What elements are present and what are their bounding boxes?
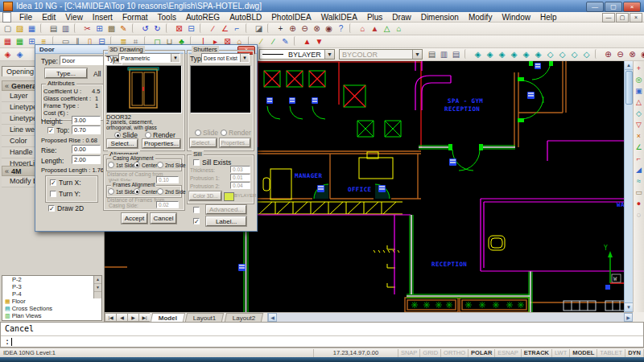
menu-walkidea[interactable]: WalkIDEA — [316, 12, 362, 23]
layer-control-combo[interactable]: BYLAYER ▼ — [259, 49, 335, 60]
casing-center-radio[interactable]: Center — [134, 162, 158, 168]
top-checkbox[interactable]: ✓ Top: — [47, 126, 69, 134]
maximize-button[interactable]: ▢ — [605, 2, 622, 12]
select-button[interactable]: Select... — [107, 139, 138, 148]
tree-item-cross-sections[interactable]: ▤ Cross Sections — [2, 305, 101, 312]
light-icon[interactable]: ◇ — [580, 49, 592, 60]
scroll-down-icon[interactable]: ▼ — [625, 302, 633, 312]
menu-view[interactable]: View — [60, 12, 88, 23]
properties-button[interactable]: Properties... — [142, 139, 180, 148]
frames-2nd-side-radio[interactable]: 2nd Side — [157, 188, 186, 195]
d3-type-combo[interactable]: Parametric▼ — [118, 53, 180, 63]
walk-app-icon[interactable]: ◈ — [14, 49, 26, 60]
tree-item-p2[interactable]: P-2 — [2, 276, 101, 283]
rotate-icon[interactable]: △ — [634, 97, 644, 108]
zoom-window2-icon[interactable]: ⊗ — [626, 49, 638, 60]
command-input-line[interactable]: : — [1, 336, 643, 348]
arch-window-icon[interactable]: △ — [381, 23, 393, 35]
cut-icon[interactable]: ✂ — [81, 23, 93, 35]
sheet-red-icon[interactable]: ⊠ — [173, 23, 185, 35]
turn-y-checkbox[interactable]: Turn Y: — [50, 190, 80, 198]
cancel-button[interactable]: Cancel — [151, 213, 176, 224]
scroll-up-icon[interactable]: ▲ — [94, 276, 101, 284]
offset-icon[interactable]: ⌐ — [634, 154, 644, 164]
redo-icon[interactable]: ↻ — [151, 23, 163, 35]
casing-1st-side-radio[interactable]: 1st Side — [108, 162, 135, 168]
zoom-out-icon[interactable]: ⊖ — [299, 23, 311, 35]
menu-plus[interactable]: Plus — [362, 12, 387, 23]
menu-autobld[interactable]: AutoBLD — [225, 12, 266, 23]
title-bar[interactable]: Idea 10 NG - [C:\4M\IDEA\Top 10 reasons\… — [0, 0, 644, 12]
view-top-icon[interactable]: ◈ — [484, 49, 496, 60]
region-icon[interactable]: ▭ — [634, 187, 644, 198]
toggle-snap[interactable]: SNAP — [398, 349, 420, 357]
angle-icon[interactable]: ∠ — [219, 23, 231, 35]
scroll-down-icon[interactable]: ▼ — [94, 284, 101, 292]
zoom-previous-icon[interactable]: ⊖ — [614, 49, 626, 60]
zoom-all-icon[interactable]: ◉ — [638, 49, 644, 60]
mdi-close-button[interactable]: × — [630, 13, 642, 23]
open-file-icon[interactable]: ▨ — [14, 23, 26, 35]
zoom-realtime-icon[interactable]: ⊕ — [602, 49, 614, 60]
mdi-minimize-button[interactable]: — — [602, 13, 615, 23]
drawing-vscrollbar[interactable]: ▲ ▼ — [624, 61, 633, 312]
menu-edit[interactable]: Edit — [37, 12, 60, 23]
last-tab-button[interactable]: ▶| — [138, 313, 150, 322]
toggle-etrack[interactable]: ETRACK — [522, 349, 552, 357]
shutters-properties-button[interactable]: Properties... — [220, 138, 250, 147]
minimize-button[interactable]: — — [586, 2, 604, 12]
menu-insert[interactable]: Insert — [88, 12, 118, 23]
first-tab-button[interactable]: |◀ — [105, 313, 116, 322]
protrusion2-field[interactable]: 0.04 — [230, 182, 250, 189]
match-properties-icon[interactable]: ✎ — [118, 23, 130, 35]
tree-item-floor[interactable]: ▦ Floor — [2, 298, 101, 305]
shutters-type-combo[interactable]: Does not Exist▼ — [201, 53, 250, 63]
top-field[interactable]: 0.70 — [72, 125, 101, 134]
thickness-field[interactable]: 0.03 — [230, 166, 250, 173]
copy-icon[interactable]: ⊞ — [93, 23, 105, 35]
accept-button[interactable]: Accept — [122, 213, 147, 224]
pen-green-icon[interactable]: ∕ — [267, 36, 279, 47]
arch-door-icon[interactable]: ▲ — [369, 23, 381, 35]
toggle-lwt[interactable]: LWT — [552, 349, 570, 357]
rise-field[interactable]: 0.00 — [72, 145, 101, 154]
type-button[interactable]: Type... — [45, 68, 87, 78]
close-button[interactable]: × — [623, 2, 641, 12]
zoom-window-icon[interactable]: ⊗ — [311, 23, 323, 35]
render-radio[interactable]: Render — [145, 131, 175, 139]
pen-blue-icon[interactable]: ✎ — [279, 36, 291, 47]
dimension-icon[interactable]: ⌐ — [231, 23, 243, 35]
array-icon[interactable]: ▣ — [634, 86, 644, 97]
trim-icon[interactable]: × — [634, 131, 644, 142]
zoom-in-icon[interactable]: ⊕ — [287, 23, 299, 35]
drawing-hscrollbar[interactable]: ◀ ▶ — [267, 313, 633, 322]
help-icon[interactable]: ? — [335, 23, 347, 35]
print-icon[interactable]: ▤ — [47, 23, 60, 35]
triangle-up-icon[interactable]: ▲ — [301, 36, 313, 47]
scroll-left-icon[interactable]: ◀ — [268, 313, 277, 322]
sill-exists-checkbox[interactable]: Sill Exists — [193, 158, 231, 167]
arch-roof-icon[interactable]: ⌂ — [393, 23, 405, 35]
tab-model[interactable]: Model — [151, 313, 185, 322]
height-field[interactable]: 3.00 — [72, 116, 101, 125]
command-window[interactable]: Cancel : — [0, 322, 644, 348]
plot-preview-icon[interactable]: ▥ — [438, 49, 450, 60]
match-target-icon[interactable]: ◎ — [634, 75, 644, 85]
print-preview-icon[interactable]: ▥ — [60, 23, 72, 35]
view-side-icon[interactable]: ◈ — [508, 49, 520, 60]
publish-icon[interactable]: ▤ — [450, 49, 462, 60]
menu-tools[interactable]: Tools — [153, 12, 181, 23]
point-icon[interactable]: ● — [634, 199, 644, 209]
frames-1st-side-radio[interactable]: 1st Side — [108, 188, 135, 195]
menu-modify[interactable]: Modify — [464, 12, 497, 23]
shutters-select-button[interactable]: Select... — [190, 138, 217, 147]
toggle-model[interactable]: MODEL — [570, 349, 597, 357]
shutters-render-radio[interactable]: Render — [221, 129, 251, 137]
modify-plus-icon[interactable]: + — [634, 64, 644, 74]
casing-side-field[interactable]: 0.02 — [156, 201, 179, 208]
toggle-dyn[interactable]: DYN — [625, 349, 644, 357]
toggle-tablet[interactable]: TABLET — [597, 349, 625, 357]
menu-autoreg[interactable]: AutoREG — [181, 12, 225, 23]
casing-2nd-side-radio[interactable]: 2nd Side — [157, 162, 186, 168]
grid-red-icon[interactable]: ▦ — [2, 36, 14, 47]
